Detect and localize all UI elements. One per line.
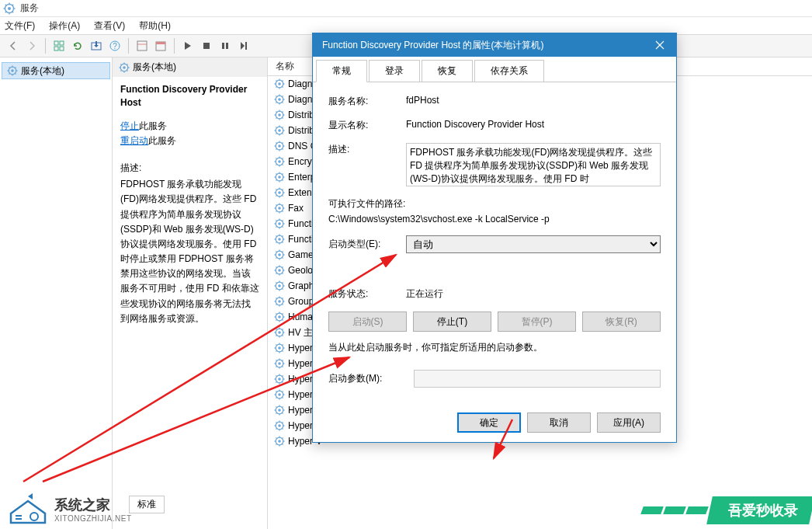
detail-service-title: Function Discovery Provider Host <box>120 83 259 110</box>
logo-icon <box>8 493 48 524</box>
gear-icon <box>7 65 18 76</box>
watermark-right: 吾爱秒收录 <box>642 496 812 524</box>
start-type-select[interactable]: 自动 <box>406 235 661 253</box>
desc-text: FDPHOST 服务承载功能发现(FD)网络发现提供程序。这些 FD 提供程序为… <box>120 177 259 326</box>
desc-textarea[interactable]: FDPHOST 服务承载功能发现(FD)网络发现提供程序。这些 FD 提供程序为… <box>406 143 661 186</box>
restart-suffix: 此服务 <box>148 135 176 146</box>
close-icon[interactable] <box>650 37 670 54</box>
svg-rect-22 <box>222 43 224 49</box>
param-input <box>414 370 661 388</box>
gear-icon <box>274 234 285 245</box>
gear-icon <box>274 358 285 369</box>
menu-help[interactable]: 帮助(H) <box>139 19 171 33</box>
svg-rect-28 <box>16 515 22 517</box>
toolbar-separator <box>128 38 129 54</box>
ok-button[interactable]: 确定 <box>457 412 521 433</box>
menu-file[interactable]: 文件(F) <box>5 19 35 33</box>
svg-rect-29 <box>16 518 22 520</box>
toolbar-stop[interactable] <box>198 37 215 54</box>
svg-rect-12 <box>54 47 58 50</box>
detail-header-label: 服务(本地) <box>133 61 176 74</box>
gear-icon <box>274 187 285 198</box>
apply-button[interactable]: 应用(A) <box>597 412 661 433</box>
gear-icon <box>274 218 285 229</box>
tab-recovery[interactable]: 恢复 <box>422 60 473 82</box>
exe-path-value: C:\Windows\system32\svchost.exe -k Local… <box>328 214 661 224</box>
status-label: 服务状态: <box>328 287 406 301</box>
standard-tab[interactable]: 标准 <box>129 496 165 513</box>
window-titlebar: 服务 <box>0 0 812 17</box>
disp-name-value: Function Discovery Provider Host <box>406 119 661 130</box>
watermark-right-text: 吾爱秒收录 <box>728 501 798 520</box>
toolbar-date[interactable] <box>152 37 169 54</box>
window-title: 服务 <box>20 2 39 15</box>
toolbar-help[interactable]: ? <box>106 37 123 54</box>
gear-icon <box>274 141 285 151</box>
svg-rect-17 <box>137 41 147 50</box>
start-hint: 当从此处启动服务时，你可指定所适用的启动参数。 <box>328 341 661 354</box>
menu-bar: 文件(F) 操作(A) 查看(V) 帮助(H) <box>0 17 812 34</box>
toolbar-back[interactable] <box>5 37 22 54</box>
gear-icon <box>274 296 285 307</box>
watermark-cn: 系统之家 <box>54 496 132 514</box>
svg-rect-21 <box>203 43 210 49</box>
gear-icon <box>274 420 285 431</box>
gear-icon <box>274 156 285 167</box>
stop-link[interactable]: 停止 <box>120 120 139 131</box>
exe-path-label: 可执行文件的路径: <box>328 197 661 211</box>
svg-rect-24 <box>245 42 247 50</box>
menu-view[interactable]: 查看(V) <box>94 19 125 33</box>
desc-label: 描述: <box>120 161 259 176</box>
gear-icon <box>274 110 285 120</box>
gear-icon <box>274 125 285 136</box>
disp-name-label: 显示名称: <box>328 119 406 132</box>
gear-icon <box>274 203 285 214</box>
tab-general[interactable]: 常规 <box>316 60 367 82</box>
dialog-tabs: 常规 登录 恢复 依存关系 <box>313 57 676 82</box>
stop-suffix: 此服务 <box>139 120 167 131</box>
svg-rect-10 <box>54 41 58 45</box>
tab-logon[interactable]: 登录 <box>369 60 420 82</box>
tab-deps[interactable]: 依存关系 <box>474 60 544 82</box>
status-value: 正在运行 <box>406 287 661 301</box>
gear-icon <box>274 389 285 400</box>
start-button: 启动(S) <box>328 311 407 332</box>
toolbar-restart[interactable] <box>235 37 252 54</box>
toolbar-grid[interactable] <box>50 37 68 54</box>
gear-icon <box>274 265 285 276</box>
tree-node-label: 服务(本地) <box>21 64 64 78</box>
svc-name-value: fdPHost <box>406 95 661 106</box>
dialog-titlebar[interactable]: Function Discovery Provider Host 的属性(本地计… <box>313 33 676 57</box>
detail-pane: 服务(本地) Function Discovery Provider Host … <box>113 57 268 529</box>
restart-link[interactable]: 重启动 <box>120 135 148 146</box>
gear-icon <box>119 62 130 73</box>
gear-icon <box>274 249 285 260</box>
svg-point-30 <box>30 513 38 520</box>
toolbar-separator <box>174 38 175 54</box>
watermark-en: XITONGZHIJIA.NET <box>54 514 132 523</box>
pause-button: 暂停(P) <box>498 311 576 332</box>
services-icon <box>3 2 16 15</box>
start-type-label: 启动类型(E): <box>328 238 406 251</box>
resume-button: 恢复(R) <box>582 311 661 332</box>
tree-node-services-local[interactable]: 服务(本地) <box>2 62 110 79</box>
stop-button[interactable]: 停止(T) <box>413 311 491 332</box>
gear-icon <box>274 311 285 322</box>
tree-pane: 服务(本地) <box>0 57 113 529</box>
toolbar-export[interactable] <box>88 37 105 54</box>
cancel-button[interactable]: 取消 <box>527 412 591 433</box>
toolbar-forward[interactable] <box>23 37 40 54</box>
toolbar-pause[interactable] <box>217 37 234 54</box>
gear-icon <box>274 343 285 353</box>
menu-action[interactable]: 操作(A) <box>49 19 80 33</box>
svg-rect-23 <box>226 43 228 49</box>
toolbar-separator <box>45 38 46 54</box>
svc-name-label: 服务名称: <box>328 95 406 108</box>
toolbar-refresh[interactable] <box>69 37 86 54</box>
gear-icon <box>274 327 285 338</box>
toolbar-play[interactable] <box>179 37 196 54</box>
svg-text:?: ? <box>113 42 117 50</box>
toolbar-props[interactable] <box>134 37 151 54</box>
param-label: 启动参数(M): <box>328 372 414 385</box>
watermark-left: 系统之家 XITONGZHIJIA.NET <box>8 493 132 524</box>
